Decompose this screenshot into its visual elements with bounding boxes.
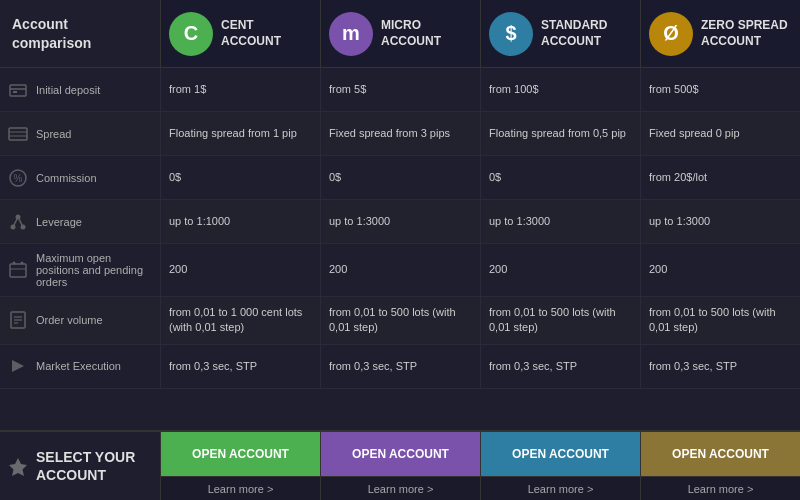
row-1-cell-2: Floating spread from 0,5 pip (480, 112, 640, 155)
row-label-6: Market Execution (0, 345, 160, 388)
open-account-button-0[interactable]: OPEN ACCOUNT (161, 432, 320, 476)
account-header-zero: Ø ZERO SPREADACCOUNT (640, 0, 800, 67)
row-1-cell-0: Floating spread from 1 pip (160, 112, 320, 155)
spread-icon (8, 124, 28, 144)
row-label-2: %Commission (0, 156, 160, 199)
data-row-4: Maximum open positions and pending order… (0, 244, 800, 297)
data-row-2: %Commission0$0$0$from 20$/lot (0, 156, 800, 200)
zero-name: ZERO SPREADACCOUNT (701, 18, 788, 49)
svg-rect-13 (10, 264, 26, 277)
account-header-standard: $ STANDARDACCOUNT (480, 0, 640, 67)
comparison-table: Account comparison C CENTACCOUNT m MICRO… (0, 0, 800, 500)
row-3-cell-2: up to 1:3000 (480, 200, 640, 243)
standard-name: STANDARDACCOUNT (541, 18, 607, 49)
select-icon (8, 456, 28, 476)
table-title-cell: Account comparison (0, 0, 160, 67)
row-3-cell-0: up to 1:1000 (160, 200, 320, 243)
row-label-3: Leverage (0, 200, 160, 243)
svg-marker-22 (9, 458, 27, 476)
data-row-0: Initial depositfrom 1$from 5$from 100$fr… (0, 68, 800, 112)
svg-text:%: % (14, 173, 23, 184)
select-text: SELECT YOUR ACCOUNT (36, 448, 135, 484)
row-label-4: Maximum open positions and pending order… (0, 244, 160, 296)
row-4-cell-0: 200 (160, 244, 320, 296)
row-3-cell-1: up to 1:3000 (320, 200, 480, 243)
open-account-button-2[interactable]: OPEN ACCOUNT (481, 432, 640, 476)
row-label-5: Order volume (0, 297, 160, 344)
svg-marker-21 (12, 360, 24, 372)
row-5-cell-0: from 0,01 to 1 000 cent lots (with 0,01 … (160, 297, 320, 344)
row-5-cell-2: from 0,01 to 500 lots (with 0,01 step) (480, 297, 640, 344)
micro-name: MICROACCOUNT (381, 18, 441, 49)
svg-point-14 (13, 262, 16, 265)
row-6-cell-1: from 0,3 sec, STP (320, 345, 480, 388)
footer-row: SELECT YOUR ACCOUNT OPEN ACCOUNTLearn mo… (0, 430, 800, 500)
row-6-cell-3: from 0,3 sec, STP (640, 345, 800, 388)
commission-icon: % (8, 168, 28, 188)
row-1-cell-1: Fixed spread from 3 pips (320, 112, 480, 155)
data-row-5: Order volumefrom 0,01 to 1 000 cent lots… (0, 297, 800, 345)
micro-icon: m (329, 12, 373, 56)
standard-icon: $ (489, 12, 533, 56)
header-row: Account comparison C CENTACCOUNT m MICRO… (0, 0, 800, 68)
row-2-cell-0: 0$ (160, 156, 320, 199)
footer-col-3: OPEN ACCOUNTLearn more > (640, 432, 800, 500)
svg-rect-3 (9, 128, 27, 140)
row-4-cell-2: 200 (480, 244, 640, 296)
svg-line-11 (13, 217, 18, 227)
row-5-cell-3: from 0,01 to 500 lots (with 0,01 step) (640, 297, 800, 344)
row-5-cell-1: from 0,01 to 500 lots (with 0,01 step) (320, 297, 480, 344)
positions-icon (8, 260, 28, 280)
row-1-cell-3: Fixed spread 0 pip (640, 112, 800, 155)
cent-icon: C (169, 12, 213, 56)
row-6-cell-2: from 0,3 sec, STP (480, 345, 640, 388)
data-row-6: Market Executionfrom 0,3 sec, STPfrom 0,… (0, 345, 800, 389)
learn-more-link-2[interactable]: Learn more > (481, 476, 640, 500)
row-label-0: Initial deposit (0, 68, 160, 111)
data-row-3: Leverageup to 1:1000up to 1:3000up to 1:… (0, 200, 800, 244)
account-header-micro: m MICROACCOUNT (320, 0, 480, 67)
learn-more-link-0[interactable]: Learn more > (161, 476, 320, 500)
svg-point-15 (21, 262, 24, 265)
open-account-button-1[interactable]: OPEN ACCOUNT (321, 432, 480, 476)
account-header-cent: C CENTACCOUNT (160, 0, 320, 67)
svg-line-12 (18, 217, 23, 227)
row-0-cell-0: from 1$ (160, 68, 320, 111)
row-0-cell-3: from 500$ (640, 68, 800, 111)
zero-icon: Ø (649, 12, 693, 56)
row-2-cell-1: 0$ (320, 156, 480, 199)
deposit-icon (8, 80, 28, 100)
learn-more-link-1[interactable]: Learn more > (321, 476, 480, 500)
row-2-cell-3: from 20$/lot (640, 156, 800, 199)
row-4-cell-3: 200 (640, 244, 800, 296)
footer-col-0: OPEN ACCOUNTLearn more > (160, 432, 320, 500)
cent-name: CENTACCOUNT (221, 18, 281, 49)
svg-rect-2 (13, 91, 17, 93)
row-4-cell-1: 200 (320, 244, 480, 296)
footer-col-1: OPEN ACCOUNTLearn more > (320, 432, 480, 500)
row-6-cell-0: from 0,3 sec, STP (160, 345, 320, 388)
order-icon (8, 310, 28, 330)
data-row-1: SpreadFloating spread from 1 pipFixed sp… (0, 112, 800, 156)
select-account-label: SELECT YOUR ACCOUNT (0, 432, 160, 500)
leverage-icon (8, 212, 28, 232)
svg-rect-0 (10, 85, 26, 96)
execution-icon (8, 356, 28, 376)
row-0-cell-1: from 5$ (320, 68, 480, 111)
row-label-1: Spread (0, 112, 160, 155)
table-title: Account comparison (12, 15, 148, 51)
row-3-cell-3: up to 1:3000 (640, 200, 800, 243)
open-account-button-3[interactable]: OPEN ACCOUNT (641, 432, 800, 476)
footer-col-2: OPEN ACCOUNTLearn more > (480, 432, 640, 500)
row-0-cell-2: from 100$ (480, 68, 640, 111)
learn-more-link-3[interactable]: Learn more > (641, 476, 800, 500)
row-2-cell-2: 0$ (480, 156, 640, 199)
data-rows: Initial depositfrom 1$from 5$from 100$fr… (0, 68, 800, 430)
